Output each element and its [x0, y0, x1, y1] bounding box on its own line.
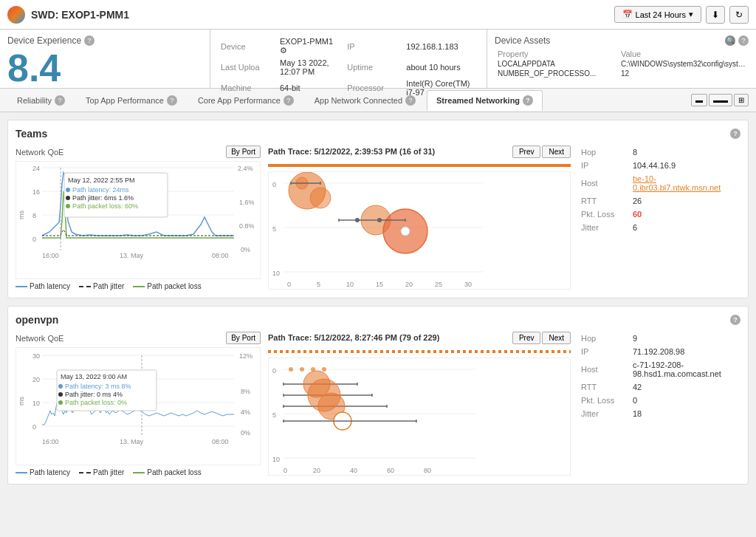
svg-text:16: 16: [32, 188, 40, 196]
tab-top-app-performance[interactable]: Top App Performance ?: [76, 90, 187, 111]
openvpn-path-trace-count: (79 of 229): [399, 333, 439, 342]
svg-text:20: 20: [313, 467, 320, 474]
openvpn-path-svg: 0 5 10 0 20 40 60 80 RTT (ms): [269, 358, 498, 476]
teams-path-trace-count: (16 of 31): [399, 147, 435, 156]
view-compact-btn[interactable]: ▬: [691, 94, 707, 106]
tab-core-app-performance[interactable]: Core App Performance ?: [188, 90, 303, 111]
tab-app-network-help[interactable]: ?: [405, 95, 416, 106]
view-medium-btn[interactable]: ▬▬: [709, 94, 732, 106]
legend-openvpn-latency: Path latency: [16, 468, 70, 476]
teams-ip-value: 104.44.16.9: [630, 159, 740, 172]
openvpn-trace-details: Hop 9 IP 71.192.208.98 Host c-71-192-208…: [578, 332, 740, 476]
teams-host-value[interactable]: be-10-0.ibr03.bl7.ntwk.msn.net: [630, 172, 740, 194]
teams-prev-button[interactable]: Prev: [512, 146, 541, 158]
svg-point-73: [58, 400, 63, 405]
openvpn-next-button[interactable]: Next: [542, 332, 571, 344]
svg-text:0: 0: [32, 423, 36, 431]
tab-streamed-networking[interactable]: Streamed Networking ?: [427, 90, 543, 111]
svg-text:0%: 0%: [241, 246, 250, 253]
device-info-panel: Device EXOP1-PMM1 ⚙ IP 192.168.1.183 Las…: [210, 30, 487, 88]
teams-by-port-button[interactable]: By Port: [226, 146, 261, 158]
svg-point-51: [355, 218, 360, 222]
device-label: Device: [218, 35, 277, 57]
tab-reliability-help[interactable]: ?: [55, 95, 65, 106]
svg-text:2.4%: 2.4%: [238, 165, 253, 172]
openvpn-rtt-value: 42: [630, 380, 740, 394]
teams-trace-ip: IP 104.44.16.9: [578, 159, 740, 172]
svg-point-41: [289, 172, 326, 209]
svg-text:Path jitter: 6ms        1.6%: Path jitter: 6ms 1.6%: [72, 194, 134, 202]
tab-reliability[interactable]: Reliability ?: [7, 90, 75, 111]
device-assets-title: Device Assets: [495, 35, 550, 46]
teams-title: Teams ?: [16, 128, 740, 140]
svg-text:10: 10: [346, 281, 354, 288]
svg-text:10: 10: [32, 400, 40, 407]
teams-trace-details: Hop 8 IP 104.44.16.9 Host be-10-0.ibr03.…: [578, 146, 740, 290]
tab-app-network-connected[interactable]: App Network Connected ?: [305, 90, 425, 111]
main-content: Teams ? Network QoE By Port 24 16 8 0: [0, 112, 756, 537]
svg-point-47: [401, 227, 410, 236]
ip-value: 192.168.1.183: [403, 35, 479, 57]
svg-point-71: [58, 392, 63, 397]
teams-next-button[interactable]: Next: [542, 146, 571, 158]
time-range-button[interactable]: 📅 Last 24 Hours ▾: [614, 6, 701, 23]
teams-trace-rtt: RTT 26: [578, 194, 740, 208]
svg-point-93: [322, 367, 326, 372]
svg-text:60: 60: [387, 467, 394, 474]
svg-text:13. May: 13. May: [120, 252, 144, 259]
tab-top-app-help[interactable]: ?: [167, 95, 177, 106]
last-upload-label: Last Uploa: [218, 57, 277, 78]
tab-streamed-help[interactable]: ?: [523, 95, 533, 106]
svg-text:30: 30: [32, 352, 40, 360]
assets-row-1: LOCALAPPDATA C:\WINDOWS\system32\config\…: [495, 59, 749, 69]
teams-path-trace-datetime: 5/12/2022, 2:39:53 PM: [314, 147, 397, 156]
openvpn-path-chart: 0 5 10 0 20 40 60 80 RTT (ms): [268, 358, 571, 476]
svg-point-15: [66, 188, 70, 192]
svg-text:8: 8: [32, 212, 36, 219]
svg-text:1.6%: 1.6%: [239, 199, 255, 206]
svg-text:30: 30: [464, 281, 472, 288]
assets-value-1: C:\WINDOWS\system32\config\system: [618, 59, 749, 69]
device-experience-panel: Device Experience ? 8.4: [0, 30, 210, 88]
assets-col-value: Value: [618, 49, 749, 59]
svg-text:13. May: 13. May: [120, 438, 144, 445]
teams-network-qoe: Network QoE By Port 24 16 8 0 2.4% 1.6% …: [16, 146, 261, 290]
openvpn-trace-jitter: Jitter 18: [578, 407, 740, 420]
tab-core-app-help[interactable]: ?: [284, 95, 294, 106]
svg-text:5: 5: [317, 281, 320, 288]
svg-text:15: 15: [376, 281, 383, 288]
teams-path-trace-nav: Prev Next: [512, 146, 571, 158]
legend-openvpn-jitter: Path jitter: [79, 468, 124, 476]
svg-text:May 13, 2022 9:00 AM: May 13, 2022 9:00 AM: [61, 373, 127, 380]
svg-text:10: 10: [272, 456, 280, 463]
legend-loss-line: [133, 286, 145, 287]
teams-path-trace: Path Trace: 5/12/2022, 2:39:53 PM (16 of…: [268, 146, 571, 290]
svg-text:0.8%: 0.8%: [239, 222, 255, 230]
openvpn-qoe-svg: 30 20 10 0 12% 8% 4% 0%: [16, 348, 260, 465]
openvpn-prev-button[interactable]: Prev: [512, 332, 541, 344]
teams-rtt-value: 26: [630, 194, 740, 208]
svg-text:Path latency: 24ms: Path latency: 24ms: [72, 186, 129, 194]
openvpn-trace-host: Host c-71-192-208-98.hsd1.ma.comcast.net: [578, 358, 740, 380]
view-expanded-btn[interactable]: ⊞: [734, 94, 749, 106]
teams-pktloss-value: 60: [630, 208, 740, 221]
teams-help-icon[interactable]: ?: [730, 129, 740, 139]
legend-openvpn-loss: Path packet loss: [133, 468, 201, 476]
openvpn-help-icon[interactable]: ?: [730, 315, 740, 325]
assets-col-property: Property: [495, 49, 618, 59]
teams-hop-value: 8: [630, 146, 740, 159]
device-assets-search-icon[interactable]: 🔍: [725, 35, 735, 46]
last-upload-value: May 13 2022, 12:07 PM: [277, 57, 344, 78]
device-assets-help-icon[interactable]: ?: [738, 35, 749, 46]
svg-text:0: 0: [284, 467, 287, 474]
refresh-button[interactable]: ↻: [729, 6, 749, 24]
openvpn-path-trace-nav: Prev Next: [512, 332, 571, 344]
teams-trace-pktloss: Pkt. Loss 60: [578, 208, 740, 221]
assets-row-2: NUMBER_OF_PROCESSO... 12: [495, 69, 749, 78]
openvpn-qoe-title: Network QoE By Port: [16, 332, 261, 344]
download-button[interactable]: ⬇: [706, 6, 725, 24]
openvpn-by-port-button[interactable]: By Port: [226, 332, 261, 344]
device-experience-help-icon[interactable]: ?: [84, 35, 94, 46]
device-assets-panel: Device Assets 🔍 ? Property Value LOCALAP…: [487, 30, 756, 88]
teams-qoe-svg: 24 16 8 0 2.4% 1.6% 0.8% 0%: [16, 162, 260, 279]
